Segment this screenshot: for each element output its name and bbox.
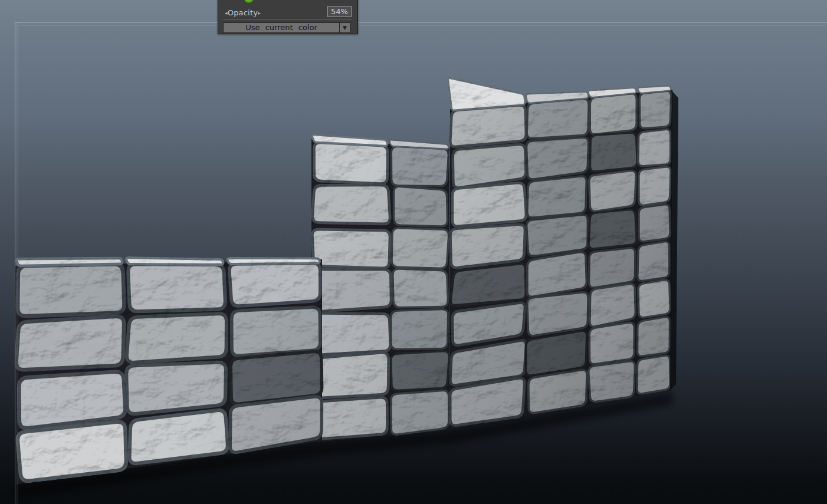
opacity-slider-row: ◂Opacity▸ 54% bbox=[223, 7, 352, 19]
viewport-border-top-inner bbox=[18, 25, 827, 26]
viewport-border-top bbox=[15, 22, 827, 23]
use-current-color-button[interactable]: Use current color bbox=[223, 22, 340, 33]
paint-tool-options-panel: ◂Opacity▸ 54% Use current color ▼ bbox=[218, 0, 358, 34]
opacity-slider[interactable]: ◂Opacity▸ bbox=[225, 8, 261, 18]
opacity-value-field[interactable]: 54% bbox=[327, 6, 352, 17]
current-color-swatch[interactable] bbox=[244, 0, 254, 4]
application-window: ◂Opacity▸ 54% Use current color ▼ bbox=[0, 0, 827, 504]
stone-wall-model bbox=[15, 78, 678, 499]
wall-section-middle bbox=[311, 135, 449, 443]
3d-viewport[interactable] bbox=[0, 0, 827, 504]
dropdown-arrow-icon: ▼ bbox=[343, 25, 347, 31]
viewport-border-left-inner bbox=[18, 25, 18, 504]
use-current-color-dropdown[interactable]: ▼ bbox=[339, 22, 350, 33]
wall-section-right bbox=[448, 78, 672, 430]
slider-increase-arrow-icon[interactable]: ▸ bbox=[258, 10, 261, 16]
opacity-label: Opacity bbox=[228, 8, 258, 17]
